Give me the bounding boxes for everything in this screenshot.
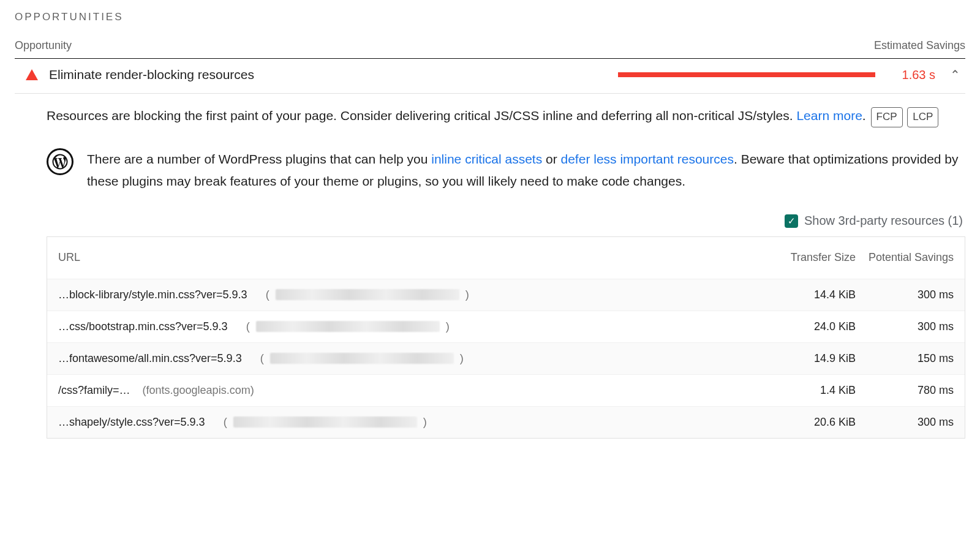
audit-description: Resources are blocking the first paint o…	[47, 105, 965, 127]
metric-pill-fcp: FCP	[871, 107, 903, 127]
wp-tip-part1: There are a number of WordPress plugins …	[87, 152, 431, 166]
paren-close: )	[446, 320, 450, 333]
cell-transfer-size: 1.4 KiB	[758, 384, 856, 397]
paren-open: (	[246, 320, 250, 333]
paren-open: (	[260, 352, 264, 365]
paren-close: )	[466, 288, 469, 301]
metric-pill-lcp: LCP	[907, 107, 938, 127]
col-header-potential-savings: Potential Savings	[856, 251, 954, 265]
redacted-origin	[270, 353, 454, 364]
section-title: OPPORTUNITIES	[15, 11, 965, 23]
resources-table: URL Transfer Size Potential Savings …blo…	[47, 236, 965, 438]
wordpress-tip-row: There are a number of WordPress plugins …	[47, 148, 965, 192]
columns-header: Opportunity Estimated Savings	[15, 39, 965, 59]
cell-url: /css?family=… (fonts.googleapis.com)	[58, 384, 758, 397]
resource-path: …shapely/style.css?ver=5.9.3	[58, 416, 205, 429]
wp-tip-part2: or	[542, 152, 560, 166]
cell-potential-savings: 300 ms	[856, 320, 954, 333]
cell-potential-savings: 780 ms	[856, 384, 954, 397]
paren-open: (	[266, 288, 270, 301]
cell-transfer-size: 24.0 KiB	[758, 320, 856, 333]
cell-potential-savings: 150 ms	[856, 352, 954, 365]
col-header-transfer-size: Transfer Size	[758, 251, 856, 264]
paren-open: (	[224, 416, 227, 429]
cell-url: …shapely/style.css?ver=5.9.3 ()	[58, 416, 758, 429]
audit-title: Eliminate render-blocking resources	[49, 67, 607, 82]
cell-potential-savings: 300 ms	[856, 288, 954, 301]
audit-row-eliminate-render-blocking[interactable]: Eliminate render-blocking resources 1.63…	[15, 59, 965, 94]
third-party-checkbox[interactable]: ✓	[785, 214, 798, 228]
savings-bar-fill	[618, 72, 875, 77]
table-row: …shapely/style.css?ver=5.9.3 ()20.6 KiB3…	[47, 406, 965, 438]
third-party-label: Show 3rd-party resources (1)	[804, 214, 963, 228]
column-opportunity-label: Opportunity	[15, 39, 72, 52]
table-header: URL Transfer Size Potential Savings	[47, 237, 965, 278]
table-row: …fontawesome/all.min.css?ver=5.9.3 ()14.…	[47, 342, 965, 374]
third-party-toggle-row: ✓ Show 3rd-party resources (1)	[47, 214, 963, 228]
col-header-url: URL	[58, 251, 758, 264]
table-row: /css?family=… (fonts.googleapis.com)1.4 …	[47, 374, 965, 406]
cell-transfer-size: 14.9 KiB	[758, 352, 856, 365]
paren-close: )	[423, 416, 427, 429]
audit-desc-lead: Resources are blocking the first paint o…	[47, 108, 796, 123]
chevron-up-icon[interactable]: ⌃	[946, 67, 964, 82]
cell-transfer-size: 20.6 KiB	[758, 416, 856, 429]
audit-details: Resources are blocking the first paint o…	[15, 94, 965, 439]
cell-url: …fontawesome/all.min.css?ver=5.9.3 ()	[58, 352, 758, 365]
resource-origin: (fonts.googleapis.com)	[137, 384, 254, 397]
cell-url: …css/bootstrap.min.css?ver=5.9.3 ()	[58, 320, 758, 333]
savings-value: 1.63 s	[886, 68, 935, 82]
column-savings-label: Estimated Savings	[874, 39, 965, 52]
resource-path: …fontawesome/all.min.css?ver=5.9.3	[58, 352, 242, 365]
learn-more-link[interactable]: Learn more	[796, 108, 862, 123]
audit-desc-period: .	[862, 108, 866, 123]
wordpress-icon	[47, 148, 74, 175]
cell-potential-savings: 300 ms	[856, 416, 954, 429]
savings-bar	[618, 72, 875, 77]
redacted-origin	[276, 289, 459, 300]
defer-resources-link[interactable]: defer less important resources	[561, 152, 734, 166]
table-row: …css/bootstrap.min.css?ver=5.9.3 ()24.0 …	[47, 311, 965, 342]
resource-path: …css/bootstrap.min.css?ver=5.9.3	[58, 320, 228, 333]
table-row: …block-library/style.min.css?ver=5.9.3 (…	[47, 279, 965, 311]
redacted-origin	[233, 417, 417, 428]
cell-url: …block-library/style.min.css?ver=5.9.3 (…	[58, 288, 758, 301]
resource-path: …block-library/style.min.css?ver=5.9.3	[58, 288, 247, 301]
inline-critical-assets-link[interactable]: inline critical assets	[431, 152, 542, 166]
paren-close: )	[460, 352, 464, 365]
fail-triangle-icon	[26, 69, 38, 80]
cell-transfer-size: 14.4 KiB	[758, 288, 856, 301]
wordpress-tip-text: There are a number of WordPress plugins …	[87, 148, 965, 192]
redacted-origin	[256, 321, 440, 332]
resource-path: /css?family=…	[58, 384, 130, 397]
